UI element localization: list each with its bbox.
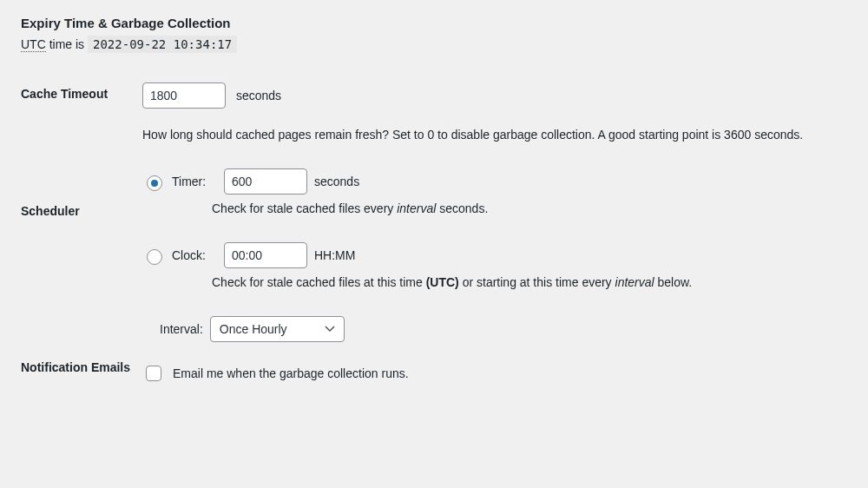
utc-abbr: UTC: [21, 37, 46, 52]
utc-time-row: UTC time is 2022-09-22 10:34:17: [21, 37, 847, 51]
cache-timeout-unit: seconds: [236, 89, 281, 102]
scheduler-timer-unit: seconds: [314, 173, 359, 191]
scheduler-clock-input[interactable]: [224, 242, 307, 268]
scheduler-timer-input[interactable]: [224, 168, 307, 195]
scheduler-clock-block: Clock: HH:MM Check for stale cached file…: [142, 242, 847, 292]
scheduler-clock-unit: HH:MM: [314, 247, 355, 265]
notification-label: Notification Emails: [21, 349, 142, 391]
scheduler-interval-select[interactable]: Once Hourly: [210, 316, 345, 342]
utc-timestamp: 2022-09-22 10:34:17: [88, 36, 237, 53]
scheduler-interval-label: Interval:: [160, 320, 203, 339]
scheduler-clock-label: Clock:: [172, 247, 217, 265]
cache-timeout-description: How long should cached pages remain fres…: [142, 126, 845, 144]
scheduler-timer-label: Timer:: [172, 173, 217, 191]
notification-checkbox[interactable]: [146, 366, 161, 381]
scheduler-timer-block: Timer: seconds Check for stale cached fi…: [142, 168, 847, 218]
scheduler-clock-radio[interactable]: [147, 249, 162, 265]
scheduler-timer-sub: Check for stale cached files every inter…: [212, 200, 847, 218]
notification-checkbox-label: Email me when the garbage collection run…: [173, 365, 409, 383]
scheduler-label: Scheduler: [21, 151, 142, 349]
scheduler-timer-radio[interactable]: [147, 175, 162, 191]
cache-timeout-input[interactable]: [142, 82, 226, 109]
scheduler-clock-sub: Check for stale cached files at this tim…: [212, 274, 847, 292]
utc-prefix: time is: [46, 37, 88, 51]
cache-timeout-label: Cache Timeout: [21, 76, 142, 151]
section-title: Expiry Time & Garbage Collection: [21, 16, 847, 30]
